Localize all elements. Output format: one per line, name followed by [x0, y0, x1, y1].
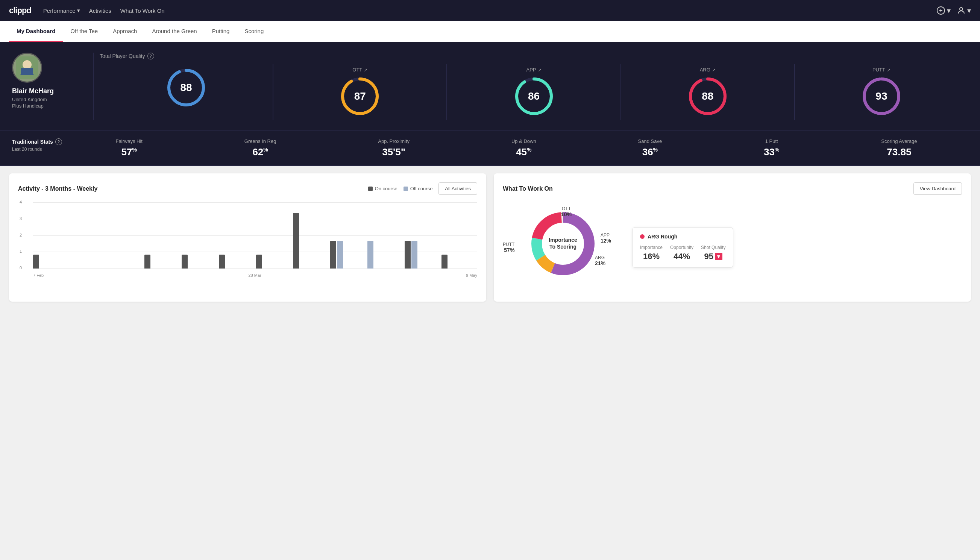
stat-up-down: Up & Down 45% [511, 138, 536, 158]
view-dashboard-button[interactable]: View Dashboard [913, 182, 962, 195]
on-course-dot [368, 187, 373, 191]
logo-text: clippd [9, 6, 31, 15]
bar-on-course [293, 213, 299, 268]
svg-rect-6 [21, 68, 33, 75]
svg-text:Importance: Importance [549, 237, 577, 243]
stat-fairways-hit: Fairways Hit 57% [115, 138, 143, 158]
bar-group [441, 255, 477, 268]
ott-circle: 87 [339, 76, 381, 117]
arg-detail-title: ARG Rough [640, 233, 725, 240]
arg-detail-card: ARG Rough Importance 16% Opportunity 44%… [632, 227, 733, 268]
fairways-value: 57% [115, 146, 143, 158]
work-card-title: What To Work On [503, 185, 907, 192]
putt-trend: ↗ [887, 67, 890, 73]
score-card-app: APP ↗ 86 [447, 64, 621, 120]
bar-on-course [256, 255, 262, 268]
logo[interactable]: clippd [9, 6, 31, 15]
stat-sand-save: Sand Save 36% [638, 138, 662, 158]
score-card-arg: ARG ↗ 88 [621, 64, 795, 120]
activity-card-header: Activity - 3 Months - Weekly On course O… [18, 182, 477, 195]
shot-quality-badge: 95 ▼ [704, 252, 722, 262]
tab-around-the-green[interactable]: Around the Green [145, 21, 204, 42]
svg-point-3 [960, 8, 963, 10]
traditional-stats-label: Traditional Stats ? [12, 138, 65, 145]
arg-value: 88 [702, 90, 714, 102]
bar-on-course [219, 255, 225, 268]
activity-legend: On course Off course [368, 186, 433, 192]
stat-greens-in-reg: Greens In Reg 62% [245, 138, 276, 158]
bar-group [181, 255, 217, 268]
score-cards: 88 OTT ↗ 87 [100, 64, 968, 120]
tab-off-the-tee[interactable]: Off the Tee [63, 21, 105, 42]
legend-off-course: Off course [404, 186, 433, 192]
avatar [12, 53, 42, 83]
bar-group [404, 241, 440, 268]
donut-label-app: APP 12% [601, 232, 611, 244]
ott-trend: ↗ [364, 67, 368, 73]
info-icon[interactable]: ? [147, 53, 154, 59]
score-card-ott: OTT ↗ 87 [273, 64, 447, 120]
tab-putting[interactable]: Putting [205, 21, 237, 42]
stat-scoring-avg: Scoring Average 73.85 [881, 138, 917, 158]
activity-chart-title: Activity - 3 Months - Weekly [18, 185, 362, 192]
stats-left: Traditional Stats ? Last 20 rounds [12, 138, 65, 152]
stats-sublabel: Last 20 rounds [12, 147, 65, 152]
nav-right: ▾ ▾ [937, 6, 971, 15]
quality-down-icon: ▼ [715, 253, 722, 260]
tab-approach[interactable]: Approach [105, 21, 145, 42]
bar-chart: 4 3 2 1 0 7 Feb 28 Mar 9 May [18, 202, 477, 278]
avatar-image [16, 57, 38, 79]
tab-my-dashboard[interactable]: My Dashboard [9, 21, 63, 42]
putt-circle: 93 [861, 76, 902, 117]
stat-app-proximity: App. Proximity 35'5" [378, 138, 409, 158]
donut-label-ott: OTT 10% [561, 206, 572, 217]
score-label-putt: PUTT ↗ [872, 67, 890, 73]
svg-text:To Scoring: To Scoring [549, 244, 576, 250]
stats-info-icon[interactable]: ? [55, 138, 62, 145]
bar-group [293, 213, 329, 268]
bar-group [145, 255, 180, 268]
donut-label-putt: PUTT 57% [503, 242, 514, 253]
proximity-value: 35'5" [378, 146, 409, 158]
bar-on-course [404, 241, 411, 268]
player-handicap: Plus Handicap [12, 103, 43, 109]
user-menu-button[interactable]: ▾ [957, 6, 971, 15]
score-label-ott: OTT ↗ [353, 67, 368, 73]
add-button[interactable]: ▾ [937, 6, 951, 15]
score-card-main: 88 [100, 64, 273, 120]
donut-label-arg: ARG 21% [595, 255, 606, 266]
off-course-dot [404, 187, 408, 191]
player-country: United Kingdom [12, 97, 47, 102]
score-label-arg: ARG ↗ [700, 67, 715, 73]
ott-value: 87 [354, 90, 366, 102]
bar-group [219, 255, 255, 268]
top-nav: clippd Performance ▾ Activities What To … [0, 0, 980, 21]
bar-on-course [330, 241, 336, 268]
bar-on-course [145, 255, 150, 268]
arg-metrics: Importance 16% Opportunity 44% Shot Qual… [640, 245, 725, 262]
main-score-value: 88 [181, 82, 192, 93]
player-info: Blair McHarg United Kingdom Plus Handica… [12, 53, 87, 120]
bar-group [368, 241, 403, 268]
bar-group [33, 255, 69, 268]
nav-performance[interactable]: Performance ▾ [43, 7, 80, 14]
tab-scoring[interactable]: Scoring [237, 21, 271, 42]
total-quality-label: Total Player Quality ? [100, 53, 968, 59]
putt-value: 93 [875, 90, 887, 102]
player-name: Blair McHarg [12, 87, 54, 95]
bar-off-course [368, 241, 373, 268]
oneputt-value: 33% [764, 146, 779, 158]
bar-group [256, 255, 292, 268]
activity-card: Activity - 3 Months - Weekly On course O… [9, 173, 486, 302]
stats-bar: Traditional Stats ? Last 20 rounds Fairw… [0, 131, 980, 166]
donut-section: PUTT 57% [503, 202, 962, 293]
bottom-section: Activity - 3 Months - Weekly On course O… [0, 166, 980, 309]
score-label-app: APP ↗ [526, 67, 542, 73]
scores-section: Total Player Quality ? 88 OTT ↗ [100, 53, 968, 120]
all-activities-button[interactable]: All Activities [438, 182, 477, 195]
sandsave-value: 36% [638, 146, 662, 158]
stats-items: Fairways Hit 57% Greens In Reg 62% App. … [65, 138, 968, 158]
arg-metric-importance: Importance 16% [640, 245, 662, 262]
nav-activities[interactable]: Activities [89, 8, 111, 14]
nav-what-to-work-on[interactable]: What To Work On [120, 8, 165, 14]
